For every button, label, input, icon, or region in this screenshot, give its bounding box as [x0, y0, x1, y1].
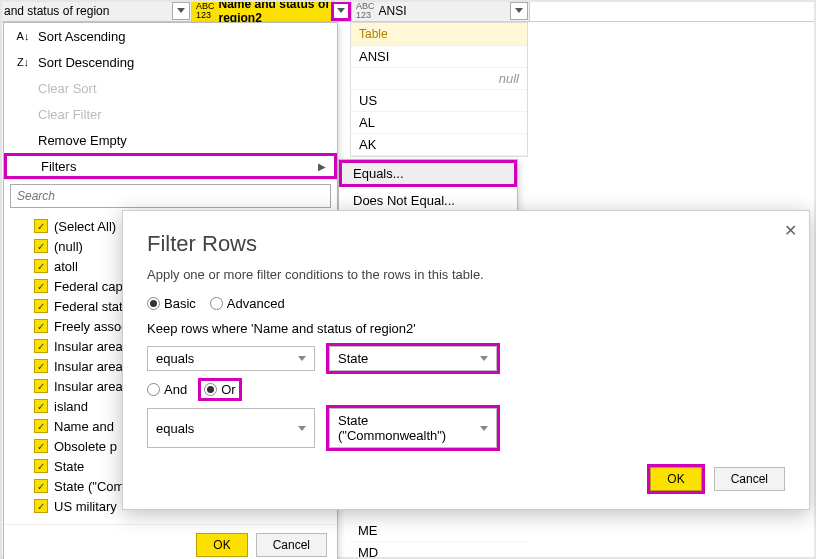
checkbox-icon: ✓	[34, 379, 48, 393]
menu-label: Sort Descending	[38, 55, 134, 70]
chevron-right-icon: ▶	[318, 161, 326, 172]
and-radio[interactable]: And	[147, 382, 187, 397]
ansi-value-list: Table ANSI null US AL AK	[350, 22, 528, 157]
checkbox-icon: ✓	[34, 399, 48, 413]
value-row[interactable]: ANSI	[351, 46, 527, 68]
menu-label: Filters	[41, 159, 76, 174]
checkbox-icon: ✓	[34, 479, 48, 493]
clear-sort: Clear Sort	[4, 75, 337, 101]
chevron-down-icon	[298, 356, 306, 361]
equals-menuitem[interactable]: Equals...	[339, 160, 517, 187]
ok-button[interactable]: OK	[196, 533, 247, 557]
clear-filter: Clear Filter	[4, 101, 337, 127]
value-list-header: Table	[351, 23, 527, 46]
checkbox-icon: ✓	[34, 459, 48, 473]
chevron-down-icon	[480, 426, 488, 431]
checkbox-icon: ✓	[34, 219, 48, 233]
checkbox-icon: ✓	[34, 359, 48, 373]
value-row[interactable]: US	[351, 90, 527, 112]
checkbox-icon: ✓	[34, 499, 48, 513]
menu-label: Clear Filter	[38, 107, 102, 122]
checkbox-icon: ✓	[34, 419, 48, 433]
value-row[interactable]: MD	[350, 542, 528, 559]
search-input[interactable]	[10, 184, 331, 208]
col-type-icon: ABC123	[196, 2, 215, 20]
chevron-down-icon	[515, 8, 523, 13]
checkbox-icon: ✓	[34, 319, 48, 333]
keep-rows-label: Keep rows where 'Name and status of regi…	[147, 321, 785, 336]
col-header-ansi: ABC123 ANSI	[352, 0, 530, 21]
condition-row-1: equals State	[147, 346, 785, 371]
cancel-button[interactable]: Cancel	[256, 533, 327, 557]
advanced-radio[interactable]: Advanced	[210, 296, 285, 311]
col-name: ANSI	[379, 4, 510, 18]
or-highlight: Or	[201, 381, 238, 398]
sort-descending[interactable]: Z↓ Sort Descending	[4, 49, 337, 75]
sort-desc-icon: Z↓	[14, 56, 32, 68]
col-dropdown-region1[interactable]	[172, 2, 190, 20]
col-type-icon: ABC123	[356, 2, 375, 20]
column-headers: and status of region ABC123 Name and sta…	[0, 0, 816, 22]
operator-dropdown-2[interactable]: equals	[147, 408, 315, 448]
chevron-down-icon	[337, 8, 345, 13]
close-icon[interactable]: ✕	[784, 221, 797, 240]
sort-ascending[interactable]: A↓ Sort Ascending	[4, 23, 337, 49]
sort-asc-icon: A↓	[14, 30, 32, 42]
dialog-title: Filter Rows	[147, 231, 785, 257]
value-dropdown-2[interactable]: State ("Commonwealth")	[329, 408, 497, 448]
menu-buttons: OK Cancel	[4, 524, 337, 559]
and-or-row: And Or	[147, 381, 785, 398]
radio-icon	[147, 383, 160, 396]
cancel-button[interactable]: Cancel	[714, 467, 785, 491]
dialog-buttons: OK Cancel	[650, 467, 785, 491]
col-name: Name and status of region2	[219, 0, 332, 25]
mode-radio-row: Basic Advanced	[147, 296, 785, 311]
or-radio[interactable]: Or	[204, 382, 235, 397]
value-row[interactable]: AK	[351, 134, 527, 156]
remove-empty[interactable]: Remove Empty	[4, 127, 337, 153]
filters-submenu[interactable]: Filters ▶	[4, 153, 337, 179]
radio-icon	[147, 297, 160, 310]
checkbox-icon: ✓	[34, 279, 48, 293]
col-header-region1: and status of region	[0, 0, 192, 21]
chevron-down-icon	[298, 426, 306, 431]
value-row[interactable]: ME	[350, 520, 528, 542]
value-row[interactable]: AL	[351, 112, 527, 134]
filters-submenu-panel: Equals... Does Not Equal...	[338, 159, 518, 215]
radio-icon	[204, 383, 217, 396]
filter-rows-dialog: ✕ Filter Rows Apply one or more filter c…	[122, 210, 810, 510]
menu-label: Sort Ascending	[38, 29, 125, 44]
checkbox-icon: ✓	[34, 339, 48, 353]
menu-label: Remove Empty	[38, 133, 127, 148]
checkbox-icon: ✓	[34, 299, 48, 313]
chevron-down-icon	[177, 8, 185, 13]
ok-button[interactable]: OK	[650, 467, 701, 491]
search-wrap	[4, 179, 337, 212]
col-dropdown-region2[interactable]	[332, 2, 350, 20]
col-dropdown-ansi[interactable]	[510, 2, 528, 20]
checkbox-icon: ✓	[34, 239, 48, 253]
checkbox-icon: ✓	[34, 259, 48, 273]
basic-radio[interactable]: Basic	[147, 296, 196, 311]
ansi-value-list-bottom: ME MD	[350, 520, 528, 559]
condition-row-2: equals State ("Commonwealth")	[147, 408, 785, 448]
menu-label: Clear Sort	[38, 81, 97, 96]
value-row-null[interactable]: null	[351, 68, 527, 90]
operator-dropdown-1[interactable]: equals	[147, 346, 315, 371]
col-name: and status of region	[4, 4, 172, 18]
col-header-region2: ABC123 Name and status of region2	[192, 0, 352, 21]
radio-icon	[210, 297, 223, 310]
checkbox-icon: ✓	[34, 439, 48, 453]
value-dropdown-1[interactable]: State	[329, 346, 497, 371]
dialog-description: Apply one or more filter conditions to t…	[147, 267, 785, 282]
chevron-down-icon	[480, 356, 488, 361]
